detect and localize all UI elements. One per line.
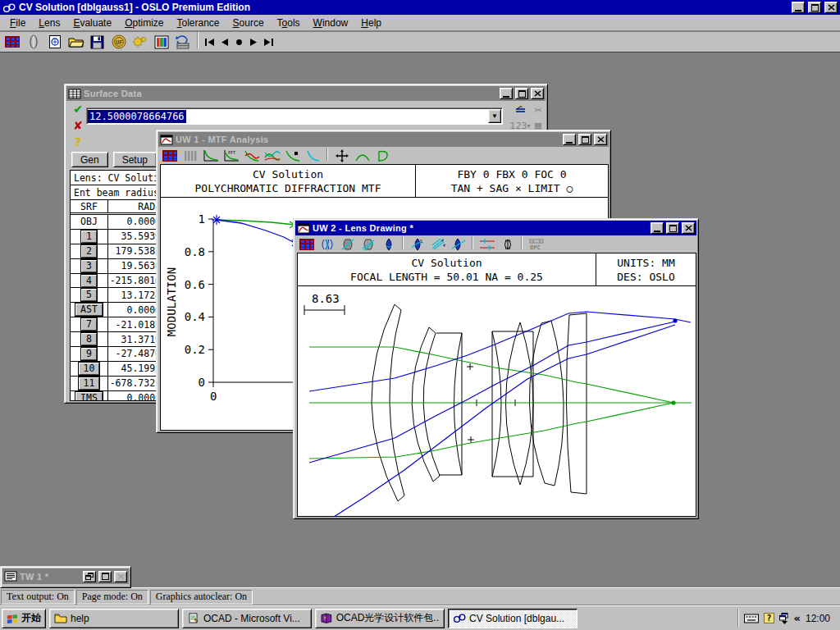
surface-minimize-button[interactable]	[500, 88, 513, 99]
srf-cell[interactable]: 2	[71, 244, 108, 258]
mtf-close-button[interactable]	[594, 134, 607, 145]
element-spacing-icon[interactable]	[477, 237, 496, 252]
spreadsheet-icon[interactable]	[297, 237, 316, 252]
radius-cell[interactable]: -678.7321	[108, 377, 161, 390]
radius-cell[interactable]: 0.0000	[108, 303, 161, 317]
menu-tools[interactable]: Tools	[271, 16, 307, 30]
radius-cell[interactable]: 45.1992	[108, 362, 161, 376]
menu-lens[interactable]: Lens	[32, 16, 66, 30]
srf-cell[interactable]: OBJ	[71, 215, 108, 229]
element-height-icon[interactable]	[498, 237, 517, 252]
srf-cell[interactable]: 10	[71, 362, 108, 376]
srf-cell[interactable]: IMS	[71, 391, 108, 401]
closed-plot-icon[interactable]	[373, 148, 392, 163]
radius-cell[interactable]: 35.5939	[108, 230, 161, 244]
menu-source[interactable]: Source	[226, 16, 271, 30]
surface-data-titlebar[interactable]: Surface Data	[66, 86, 546, 101]
psf-curve-icon[interactable]	[304, 148, 322, 163]
lens-2d-icon[interactable]	[317, 237, 336, 252]
tw-close-button[interactable]	[114, 571, 127, 582]
graphics-options-icon[interactable]	[151, 33, 171, 51]
radius-cell[interactable]: 19.5630	[108, 259, 161, 273]
srf-cell[interactable]: 7	[71, 317, 108, 331]
mtf-point-icon[interactable]	[283, 148, 302, 163]
app-maximize-button[interactable]	[808, 2, 821, 13]
app-close-button[interactable]	[824, 2, 838, 13]
lens-gray-slash2-icon[interactable]	[358, 237, 377, 252]
nav-first-icon[interactable]	[203, 34, 217, 50]
app-minimize-button[interactable]	[792, 2, 805, 13]
nav-next-icon[interactable]	[247, 34, 261, 50]
pan-icon[interactable]	[332, 148, 351, 163]
start-button[interactable]: 开始	[2, 609, 46, 628]
menu-tolerance[interactable]: Tolerance	[170, 16, 226, 30]
srf-cell[interactable]: 5	[71, 288, 108, 302]
nav-previous-icon[interactable]	[217, 34, 231, 50]
through-focus-mtf-icon[interactable]	[242, 148, 261, 163]
gen-button[interactable]: Gen	[71, 152, 108, 167]
report-bars-icon[interactable]	[180, 148, 199, 163]
srf-cell[interactable]: 4	[71, 274, 108, 288]
menu-help[interactable]: Help	[354, 16, 388, 30]
menu-file[interactable]: File	[3, 16, 32, 30]
srf-cell[interactable]: AST	[71, 303, 108, 317]
tw-restore-button[interactable]	[83, 571, 96, 582]
task-button[interactable]: CV Solution [dblgau...	[448, 609, 578, 628]
app-titlebar[interactable]: CV Solution [dblgauss1] - OSLO Premium E…	[0, 0, 840, 15]
text-window-titlebar[interactable]: TW 1 *	[2, 568, 129, 584]
commit-button[interactable]: ✔	[71, 103, 84, 116]
cell-edit-field[interactable]: 12.5000078664766 ▼	[86, 107, 503, 125]
radius-cell[interactable]: 0.0000	[108, 391, 161, 401]
lens-minimize-button[interactable]	[651, 222, 664, 234]
radius-cell[interactable]: 179.5383	[108, 244, 161, 258]
open-file-icon[interactable]	[66, 33, 86, 51]
srf-cell[interactable]: 9	[71, 347, 108, 361]
lens-gray-slash-icon[interactable]	[338, 237, 357, 252]
srf-cell[interactable]: 8	[71, 332, 108, 346]
history-dropdown-button[interactable]: ▼	[488, 109, 501, 123]
optimize-gears-icon[interactable]	[130, 33, 150, 51]
mtf-minimize-button[interactable]	[563, 134, 576, 145]
cancel-button[interactable]: ✘	[71, 119, 84, 132]
new-lens-icon[interactable]	[44, 33, 65, 51]
help-button[interactable]: ?	[71, 135, 84, 148]
tw-maximize-button[interactable]	[98, 571, 112, 582]
srf-cell[interactable]: 11	[71, 377, 108, 390]
uf-coin-icon[interactable]: UF	[108, 33, 129, 51]
radius-cell[interactable]: 31.3719	[108, 332, 161, 346]
mtf-vs-field-icon[interactable]	[262, 148, 281, 163]
radius-cell[interactable]: -215.8016	[108, 274, 161, 288]
cut-icon[interactable]: ✂	[529, 103, 547, 118]
spreadsheet-icon[interactable]	[2, 33, 22, 51]
radius-cell[interactable]: -21.0187	[108, 317, 161, 331]
slide-projector-icon[interactable]	[172, 33, 193, 51]
opc-disabled-button[interactable]: OPC	[527, 237, 546, 252]
draw-toggle-icon[interactable]	[511, 103, 529, 118]
lens-solid-icon[interactable]	[379, 237, 398, 252]
menu-optimize[interactable]: Optimize	[118, 16, 170, 30]
task-button[interactable]: help	[49, 609, 179, 628]
nav-last-icon[interactable]	[262, 34, 276, 50]
surface-maximize-button[interactable]	[515, 88, 528, 99]
task-button[interactable]: OCAD - Microsoft Vi...	[182, 609, 312, 628]
tray-collapse-chevron[interactable]: «	[794, 612, 801, 624]
restore-windows-icon[interactable]	[779, 613, 789, 624]
lens-capsule-icon[interactable]	[23, 33, 43, 51]
input-method-icon[interactable]: ?	[764, 613, 774, 623]
ray-fan-icon[interactable]	[428, 237, 447, 252]
radius-cell[interactable]: 13.1724	[108, 288, 161, 302]
fft-mtf-icon[interactable]: FFT	[221, 148, 240, 163]
radius-cell[interactable]: -27.4876	[108, 347, 161, 361]
menu-evaluate[interactable]: Evaluate	[66, 16, 118, 30]
srf-cell[interactable]: 3	[71, 259, 108, 273]
setup-button[interactable]: Setup	[113, 152, 157, 167]
surface-close-button[interactable]	[531, 88, 544, 99]
mtf-titlebar[interactable]: UW 1 - MTF Analysis	[158, 132, 609, 147]
nav-current-icon[interactable]	[232, 34, 246, 50]
cell-edit-value[interactable]: 12.5000078664766	[88, 110, 186, 123]
lens-maximize-button[interactable]	[666, 222, 679, 234]
task-button[interactable]: OCAD光学设计软件包...	[315, 609, 445, 628]
lens-rays-icon[interactable]: 5	[408, 237, 427, 252]
hump-plot-icon[interactable]	[353, 148, 372, 163]
mtf-curve-icon[interactable]	[201, 148, 220, 163]
